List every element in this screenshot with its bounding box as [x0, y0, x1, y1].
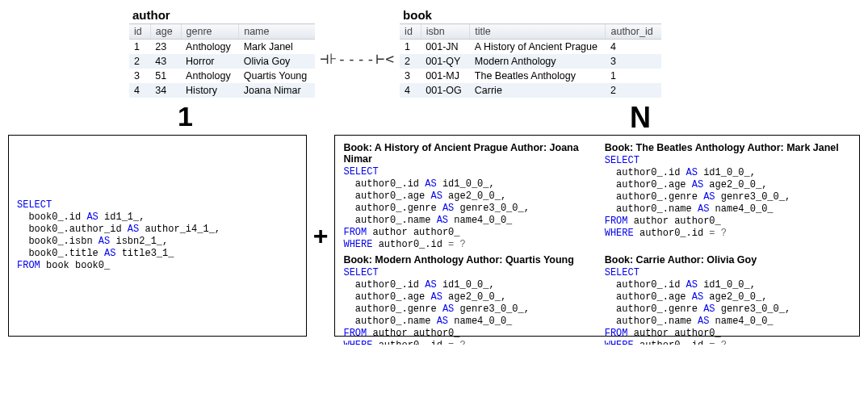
- table-row: 123AnthologyMark Janel: [129, 40, 315, 55]
- table-cell: Horror: [181, 54, 239, 69]
- query-block: Book: The Beatles Anthology Author: Mark…: [605, 142, 851, 251]
- query-title: Book: A History of Ancient Prague Author…: [343, 142, 589, 165]
- query-title: Book: Carrie Author: Olivia Goy: [605, 254, 851, 266]
- book-table: idisbntitleauthor_id 1001-JNA History of…: [400, 23, 661, 98]
- table-cell: 2: [606, 83, 661, 98]
- table-cell: 1: [400, 40, 421, 55]
- author-table-title: author: [129, 8, 315, 22]
- table-cell: Olivia Goy: [239, 54, 316, 69]
- table-row: 1001-JNA History of Ancient Prague4: [400, 40, 661, 55]
- schema-tables-row: author idagegenrename 123AnthologyMark J…: [129, 8, 860, 98]
- table-cell: 2: [400, 54, 421, 69]
- table-row: 4001-OGCarrie2: [400, 83, 661, 98]
- table-cell: Anthology: [181, 40, 239, 55]
- table-row: 3001-MJThe Beatles Anthology1: [400, 69, 661, 83]
- table-cell: 001-JN: [421, 40, 469, 55]
- table-cell: 001-QY: [421, 54, 469, 69]
- query-block: Book: Carrie Author: Olivia GoySELECT au…: [605, 254, 851, 345]
- relation-glyph: ⊣⊦----⊢<: [320, 50, 395, 67]
- query-block: Book: Modern Anthology Author: Quartis Y…: [343, 254, 589, 345]
- table-cell: Anthology: [181, 69, 239, 83]
- table-row: 351AnthologyQuartis Young: [129, 69, 315, 83]
- column-header: name: [239, 24, 316, 40]
- column-header: age: [150, 24, 181, 40]
- query-sql: SELECT author0_.id AS id1_0_0_, author0_…: [343, 267, 589, 345]
- query-sql: SELECT author0_.id AS id1_0_0_, author0_…: [605, 267, 851, 345]
- table-cell: The Beatles Anthology: [470, 69, 606, 83]
- book-table-block: book idisbntitleauthor_id 1001-JNA Histo…: [400, 8, 661, 98]
- column-header: isbn: [421, 24, 469, 40]
- table-cell: 2: [129, 54, 150, 69]
- table-cell: Mark Janel: [239, 40, 316, 55]
- table-cell: 23: [150, 40, 181, 55]
- left-sql-box: SELECT book0_.id AS id1_1_, book0_.autho…: [8, 135, 307, 337]
- query-block: Book: A History of Ancient Prague Author…: [343, 142, 589, 251]
- table-cell: 34: [150, 83, 181, 98]
- column-header: id: [400, 24, 421, 40]
- table-cell: 3: [606, 54, 661, 69]
- column-header: id: [129, 24, 150, 40]
- query-title: Book: Modern Anthology Author: Quartis Y…: [343, 254, 589, 266]
- legend-one: 1: [178, 101, 371, 135]
- column-header: title: [470, 24, 606, 40]
- query-sql: SELECT author0_.id AS id1_0_0_, author0_…: [343, 166, 589, 251]
- table-row: 243HorrorOlivia Goy: [129, 54, 315, 69]
- table-cell: 001-OG: [421, 83, 469, 98]
- author-table: idagegenrename 123AnthologyMark Janel243…: [129, 23, 315, 98]
- cardinality-legend: 1 N: [137, 101, 860, 135]
- table-cell: Carrie: [470, 83, 606, 98]
- right-sql-box: Book: A History of Ancient Prague Author…: [334, 135, 860, 337]
- table-cell: 3: [400, 69, 421, 83]
- table-cell: Modern Anthology: [470, 54, 606, 69]
- table-cell: 4: [129, 83, 150, 98]
- table-cell: Quartis Young: [239, 69, 316, 83]
- table-cell: 1: [606, 69, 661, 83]
- column-header: author_id: [606, 24, 661, 40]
- table-row: 2001-QYModern Anthology3: [400, 54, 661, 69]
- table-cell: 001-MJ: [421, 69, 469, 83]
- legend-many: N: [630, 101, 651, 135]
- table-cell: 3: [129, 69, 150, 83]
- left-sql-code: SELECT book0_.id AS id1_1_, book0_.autho…: [17, 199, 298, 272]
- plus-symbol: +: [310, 221, 332, 251]
- table-cell: Joana Nimar: [239, 83, 316, 98]
- query-sql: SELECT author0_.id AS id1_0_0_, author0_…: [605, 155, 851, 240]
- queries-row: SELECT book0_.id AS id1_1_, book0_.autho…: [8, 135, 860, 337]
- table-cell: 1: [129, 40, 150, 55]
- table-cell: A History of Ancient Prague: [470, 40, 606, 55]
- table-cell: 51: [150, 69, 181, 83]
- table-row: 434HistoryJoana Nimar: [129, 83, 315, 98]
- author-table-block: author idagegenrename 123AnthologyMark J…: [129, 8, 315, 98]
- table-cell: 43: [150, 54, 181, 69]
- book-table-title: book: [400, 8, 661, 22]
- column-header: genre: [181, 24, 239, 40]
- query-title: Book: The Beatles Anthology Author: Mark…: [605, 142, 851, 153]
- table-cell: 4: [606, 40, 661, 55]
- table-cell: History: [181, 83, 239, 98]
- table-cell: 4: [400, 83, 421, 98]
